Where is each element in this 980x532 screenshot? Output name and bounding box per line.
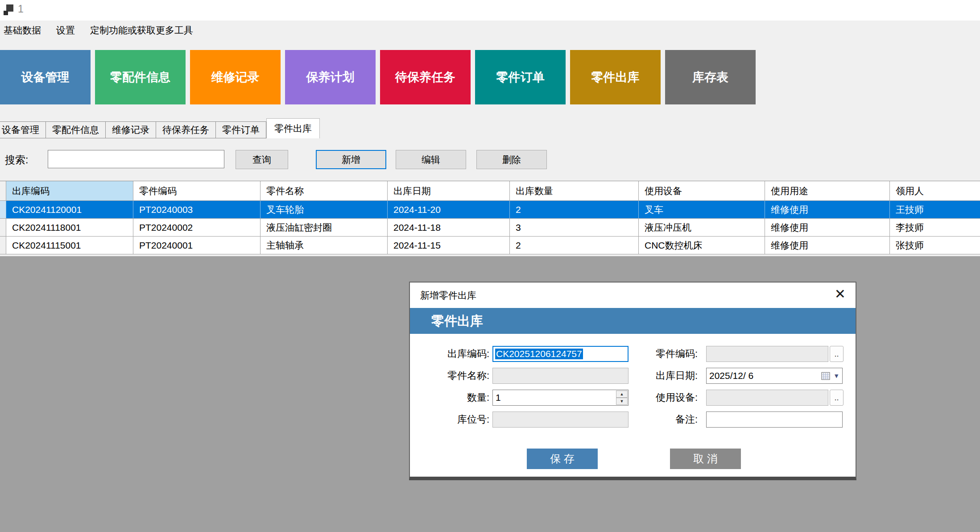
cell-quantity: 2 (510, 201, 639, 218)
module-button-part-orders[interactable]: 零件订单 (475, 50, 566, 104)
calendar-icon[interactable] (821, 372, 831, 380)
out-code-input[interactable]: CK20251206124757 (492, 346, 629, 362)
table-row[interactable]: CK20241115001 PT20240001 主轴轴承 2024-11-15… (0, 237, 980, 254)
part-code-input (706, 346, 828, 362)
cell-purpose: 维修使用 (765, 237, 890, 254)
cancel-button[interactable]: 取 消 (670, 449, 741, 469)
delete-button[interactable]: 删除 (476, 150, 547, 169)
col-header-quantity[interactable]: 出库数量 (510, 181, 639, 200)
app-icon (4, 4, 14, 16)
part-code-browse-button[interactable]: .. (830, 346, 844, 362)
dialog-banner: 零件出库 (410, 308, 856, 334)
quantity-stepper[interactable]: 1 ▲ ▼ (492, 390, 629, 406)
search-input[interactable] (48, 150, 224, 168)
remark-label: 备注: (632, 411, 698, 428)
cell-out-date: 2024-11-20 (388, 201, 510, 218)
dialog-title: 新增零件出库 (420, 289, 476, 302)
cell-part-name: 主轴轴承 (261, 237, 388, 254)
col-header-out-date[interactable]: 出库日期 (388, 181, 510, 200)
col-header-part-name[interactable]: 零件名称 (261, 181, 388, 200)
cell-device: CNC数控机床 (639, 237, 765, 254)
col-header-out-code[interactable]: 出库编码 (6, 181, 133, 200)
cell-recipient: 李技师 (890, 219, 980, 236)
cell-part-code: PT20240003 (133, 201, 261, 218)
tab-equipment[interactable]: 设备管理 (0, 121, 46, 138)
spin-up-icon[interactable]: ▲ (616, 391, 628, 398)
add-button[interactable]: 新增 (316, 150, 386, 169)
cell-out-date: 2024-11-18 (388, 219, 510, 236)
quantity-label: 数量: (410, 390, 489, 406)
dialog-form: 出库编码: CK20251206124757 零件编码: .. 零件名称: 出库… (410, 334, 856, 477)
part-name-input (492, 368, 629, 384)
add-outbound-dialog: 新增零件出库 ✕ 零件出库 出库编码: CK20251206124757 零件编… (409, 282, 856, 480)
col-header-part-code[interactable]: 零件编码 (133, 181, 261, 200)
row-header-cell (0, 237, 6, 254)
close-icon[interactable]: ✕ (835, 286, 846, 302)
cell-part-name: 液压油缸密封圈 (261, 219, 388, 236)
outbound-table: 出库编码 零件编码 零件名称 出库日期 出库数量 使用设备 使用用途 领用人 C… (0, 181, 980, 254)
cell-recipient: 张技师 (890, 237, 980, 254)
out-date-label: 出库日期: (632, 368, 698, 384)
date-dropdown-icon[interactable]: ▼ (833, 372, 839, 379)
tab-part-outbound[interactable]: 零件出库 (266, 118, 320, 138)
row-header-corner (0, 181, 6, 200)
col-header-device[interactable]: 使用设备 (639, 181, 765, 200)
module-button-part-outbound[interactable]: 零件出库 (570, 50, 661, 104)
menu-item-base-data[interactable]: 基础数据 (4, 24, 41, 37)
cell-device: 液压冲压机 (639, 219, 765, 236)
location-input (492, 411, 629, 428)
col-header-purpose[interactable]: 使用用途 (765, 181, 890, 200)
device-input (706, 390, 828, 406)
device-browse-button[interactable]: .. (830, 390, 844, 406)
cell-out-code: CK20241115001 (6, 237, 133, 254)
window-title: 1 (18, 3, 24, 15)
out-date-picker[interactable]: 2025/12/ 6 ▼ (706, 368, 843, 384)
out-code-label: 出库编码: (410, 346, 489, 362)
location-label: 库位号: (410, 411, 489, 428)
window-titlebar: 1 (0, 0, 980, 21)
cell-part-code: PT20240002 (133, 219, 261, 236)
search-label: 搜索: (5, 150, 28, 169)
cell-purpose: 维修使用 (765, 219, 890, 236)
module-button-equipment[interactable]: 设备管理 (0, 50, 91, 104)
cell-part-code: PT20240001 (133, 237, 261, 254)
cell-quantity: 2 (510, 237, 639, 254)
table-header-row: 出库编码 零件编码 零件名称 出库日期 出库数量 使用设备 使用用途 领用人 (0, 181, 980, 201)
module-button-maint-plan[interactable]: 保养计划 (285, 50, 376, 104)
out-date-value: 2025/12/ 6 (709, 370, 753, 381)
remark-input[interactable] (706, 411, 843, 428)
save-button[interactable]: 保 存 (527, 449, 598, 469)
menu-item-customize[interactable]: 定制功能或获取更多工具 (90, 24, 193, 37)
spin-down-icon[interactable]: ▼ (616, 398, 628, 405)
cell-out-date: 2024-11-15 (388, 237, 510, 254)
tab-strip: 设备管理 零配件信息 维修记录 待保养任务 零件订单 零件出库 (0, 118, 320, 138)
cell-out-code: CK20241118001 (6, 219, 133, 236)
module-button-parts-info[interactable]: 零配件信息 (95, 50, 186, 104)
cell-recipient: 王技师 (890, 201, 980, 218)
cell-quantity: 3 (510, 219, 639, 236)
device-label: 使用设备: (632, 390, 698, 406)
cell-out-code: CK20241120001 (6, 201, 133, 218)
table-row[interactable]: CK20241118001 PT20240002 液压油缸密封圈 2024-11… (0, 219, 980, 237)
cell-purpose: 维修使用 (765, 201, 890, 218)
dialog-titlebar: 新增零件出库 ✕ (410, 283, 856, 308)
selected-text: CK20251206124757 (495, 349, 583, 359)
part-code-label: 零件编码: (632, 346, 698, 362)
edit-button[interactable]: 编辑 (396, 150, 466, 169)
menu-item-settings[interactable]: 设置 (56, 24, 75, 37)
col-header-recipient[interactable]: 领用人 (890, 181, 980, 200)
tab-maint-tasks[interactable]: 待保养任务 (156, 121, 216, 138)
module-button-inventory[interactable]: 库存表 (665, 50, 756, 104)
part-name-label: 零件名称: (410, 368, 489, 384)
tab-repair-log[interactable]: 维修记录 (106, 121, 156, 138)
app-window: 1 基础数据 设置 定制功能或获取更多工具 设备管理 零配件信息 维修记录 保养… (0, 0, 980, 532)
menu-bar: 基础数据 设置 定制功能或获取更多工具 (0, 21, 980, 40)
module-button-repair-log[interactable]: 维修记录 (190, 50, 281, 104)
module-button-maint-tasks[interactable]: 待保养任务 (380, 50, 471, 104)
cell-device: 叉车 (639, 201, 765, 218)
tab-part-orders[interactable]: 零件订单 (216, 121, 266, 138)
tab-parts-info[interactable]: 零配件信息 (46, 121, 106, 138)
query-button[interactable]: 查询 (236, 150, 288, 169)
quantity-value: 1 (496, 392, 501, 403)
table-row[interactable]: CK20241120001 PT20240003 叉车轮胎 2024-11-20… (0, 201, 980, 219)
